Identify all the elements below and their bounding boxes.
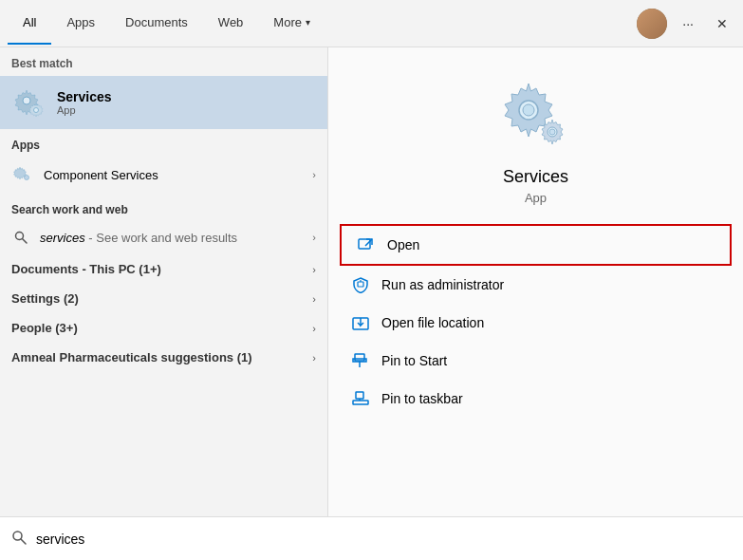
documents-arrow: › xyxy=(312,264,316,275)
open-action[interactable]: Open xyxy=(340,224,732,266)
best-match-item[interactable]: Services App xyxy=(0,76,327,129)
tab-apps-label: Apps xyxy=(66,15,95,29)
amneal-label: Amneal Pharmaceuticals suggestions (1) xyxy=(11,350,252,364)
search-web-text: services - See work and web results xyxy=(40,231,237,245)
app-type: App xyxy=(525,191,547,205)
search-input[interactable] xyxy=(36,532,732,547)
component-services-item[interactable]: Component Services › xyxy=(0,156,327,194)
svg-point-11 xyxy=(549,129,555,135)
search-work-web-label: Search work and web xyxy=(0,194,327,220)
settings-arrow: › xyxy=(312,293,316,305)
pin-taskbar-label: Pin to taskbar xyxy=(381,391,463,406)
best-match-title: Services xyxy=(57,89,112,104)
app-title: Services xyxy=(503,167,568,187)
top-nav: All Apps Documents Web More ▾ ··· ✕ xyxy=(0,0,743,47)
services-icon xyxy=(11,85,46,120)
tab-more-label: More xyxy=(273,15,302,29)
open-file-location-action[interactable]: Open file location xyxy=(328,304,743,342)
open-label: Open xyxy=(387,237,419,252)
people-arrow: › xyxy=(312,323,316,334)
pin-taskbar-action[interactable]: Pin to taskbar xyxy=(328,380,743,418)
run-as-admin-label: Run as administrator xyxy=(381,277,504,292)
amneal-arrow: › xyxy=(312,352,316,364)
tab-all-label: All xyxy=(23,15,36,29)
tab-web[interactable]: Web xyxy=(203,2,259,45)
close-icon: ✕ xyxy=(716,16,728,31)
tab-web-label: Web xyxy=(218,15,244,29)
close-button[interactable]: ✕ xyxy=(709,10,735,37)
avatar-image xyxy=(637,9,667,39)
component-services-arrow: › xyxy=(312,169,316,180)
svg-rect-18 xyxy=(355,354,364,361)
tab-apps[interactable]: Apps xyxy=(51,2,110,45)
svg-line-7 xyxy=(23,239,28,244)
svg-rect-12 xyxy=(359,239,370,249)
pin-start-icon xyxy=(351,351,370,370)
search-suffix: - See work and web results xyxy=(88,231,237,245)
svg-rect-22 xyxy=(356,392,363,399)
ellipsis-icon: ··· xyxy=(682,16,694,31)
pin-start-action[interactable]: Pin to Start xyxy=(328,342,743,380)
best-match-label: Best match xyxy=(0,47,327,76)
open-file-location-label: Open file location xyxy=(381,315,484,330)
nav-right: ··· ✕ xyxy=(637,9,735,39)
pin-taskbar-icon xyxy=(351,389,370,408)
right-panel: Services App Open xyxy=(327,47,743,516)
settings-label: Settings (2) xyxy=(11,291,79,306)
search-web-item[interactable]: services - See work and web results › xyxy=(0,220,327,254)
svg-point-1 xyxy=(23,97,30,104)
folder-icon xyxy=(351,313,370,332)
tab-documents-label: Documents xyxy=(125,15,188,29)
people-label: People (3+) xyxy=(11,321,78,335)
documents-label: Documents - This PC (1+) xyxy=(11,262,161,276)
svg-point-3 xyxy=(34,108,39,113)
avatar[interactable] xyxy=(637,9,667,39)
search-bar xyxy=(0,516,743,560)
chevron-down-icon: ▾ xyxy=(306,17,310,28)
best-match-text: Services App xyxy=(57,89,112,116)
main-content: Best match Se xyxy=(0,47,743,516)
component-services-icon xyxy=(11,163,34,186)
app-icon-large xyxy=(498,76,574,152)
svg-rect-21 xyxy=(353,401,368,404)
open-icon xyxy=(357,235,376,254)
search-web-arrow: › xyxy=(312,232,316,243)
people-section[interactable]: People (3+) › xyxy=(0,313,327,343)
component-services-label: Component Services xyxy=(44,168,158,182)
tab-documents[interactable]: Documents xyxy=(110,2,203,45)
tab-all[interactable]: All xyxy=(8,2,51,45)
svg-point-5 xyxy=(25,176,29,180)
svg-point-9 xyxy=(523,104,534,116)
svg-line-13 xyxy=(365,239,372,246)
search-web-icon xyxy=(11,228,30,247)
apps-section-label: Apps xyxy=(0,129,327,156)
run-as-admin-action[interactable]: Run as administrator xyxy=(328,266,743,304)
ellipsis-button[interactable]: ··· xyxy=(675,10,701,37)
amneal-section[interactable]: Amneal Pharmaceuticals suggestions (1) › xyxy=(0,343,327,372)
action-list: Open Run as administrator xyxy=(328,224,743,418)
search-bar-icon xyxy=(11,530,27,548)
documents-section[interactable]: Documents - This PC (1+) › xyxy=(0,254,327,284)
tab-more[interactable]: More ▾ xyxy=(258,2,325,45)
settings-section[interactable]: Settings (2) › xyxy=(0,284,327,313)
pin-start-label: Pin to Start xyxy=(381,353,447,368)
left-panel: Best match Se xyxy=(0,47,327,516)
svg-rect-14 xyxy=(358,282,363,287)
shield-icon xyxy=(351,275,370,294)
svg-line-25 xyxy=(21,539,26,544)
search-term: services xyxy=(40,231,85,245)
best-match-subtitle: App xyxy=(57,104,112,116)
